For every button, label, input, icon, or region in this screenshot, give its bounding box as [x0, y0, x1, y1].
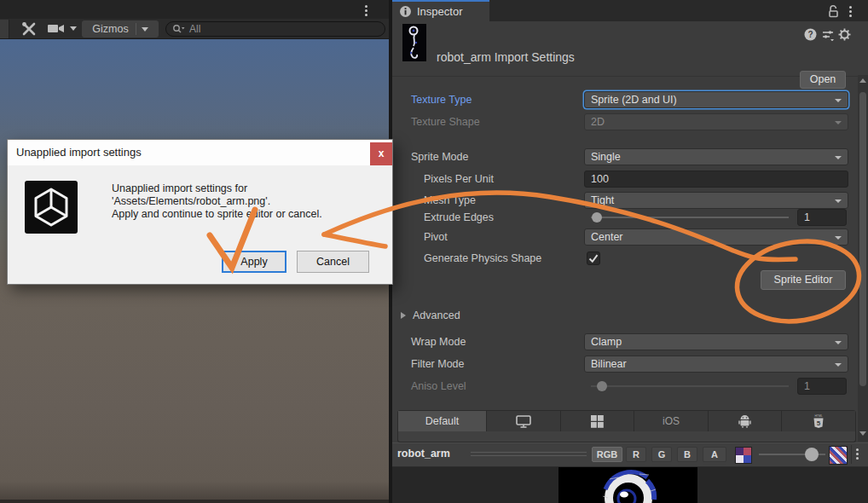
presets-icon[interactable]: [822, 29, 835, 44]
scene-tab-strip: [0, 0, 389, 19]
default-tab-label: Default: [425, 415, 460, 427]
extrude-edges-slider[interactable]: [591, 217, 789, 218]
camera-view-button[interactable]: [47, 22, 77, 35]
chevron-down-icon: [70, 26, 77, 31]
gizmos-dropdown[interactable]: Gizmos: [82, 20, 159, 38]
dialog-message-line3: Apply and continue to sprite editor or c…: [112, 208, 322, 221]
texture-type-dropdown[interactable]: Sprite (2D and UI): [584, 91, 848, 108]
unapplied-import-settings-dialog: Unapplied import settings x Unapplied im…: [7, 139, 393, 285]
svg-text:?: ?: [807, 30, 813, 39]
scene-menu-kebab-icon[interactable]: [365, 3, 367, 18]
import-settings-title: robot_arm Import Settings: [437, 50, 575, 64]
wrap-mode-value: Clamp: [591, 336, 622, 348]
channel-b-button[interactable]: B: [677, 447, 697, 462]
aniso-level-slider-handle: [597, 381, 607, 391]
extrude-edges-slider-handle[interactable]: [592, 212, 602, 223]
preview-drag-handle[interactable]: [471, 452, 587, 456]
filter-mode-dropdown[interactable]: Bilinear: [584, 356, 848, 373]
filter-mode-value: Bilinear: [591, 358, 627, 370]
sprite-mode-dropdown[interactable]: Single: [584, 148, 848, 165]
asset-thumbnail: [402, 24, 426, 61]
svg-text:5: 5: [817, 419, 821, 426]
channel-g-button[interactable]: G: [651, 447, 672, 462]
extrude-edges-label: Extrude Edges: [424, 209, 494, 226]
wrench-screwdriver-icon: [20, 21, 38, 37]
gear-icon[interactable]: [838, 28, 851, 44]
texture-shape-label: Texture Shape: [411, 113, 480, 130]
cancel-button[interactable]: Cancel: [297, 251, 369, 273]
lock-icon[interactable]: [828, 4, 840, 21]
inspector-scrollbar-thumb[interactable]: [859, 92, 866, 386]
aniso-level-slider: [591, 385, 789, 387]
chevron-down-icon: [835, 236, 842, 240]
chevron-down-icon: [835, 341, 842, 344]
texture-shape-value: 2D: [591, 116, 605, 128]
mip-level-slider-handle[interactable]: [805, 448, 819, 461]
monitor-icon: [516, 415, 531, 428]
checkmark-icon: [587, 252, 599, 264]
tab-default-platform[interactable]: Default: [398, 411, 487, 431]
chevron-down-icon: [835, 156, 842, 159]
pixels-per-unit-field[interactable]: 100: [584, 171, 848, 188]
generate-physics-shape-checkbox[interactable]: [587, 252, 600, 265]
apply-button[interactable]: Apply: [222, 251, 286, 273]
preview-title: robot_arm: [397, 448, 450, 460]
divider: [136, 23, 136, 35]
gizmos-label: Gizmos: [92, 23, 128, 35]
mip-texture-swatch[interactable]: [735, 447, 752, 464]
tab-android-platform[interactable]: [709, 411, 783, 431]
dialog-message: Unapplied import settings for 'Assets/El…: [112, 182, 322, 221]
unity-logo-icon: [25, 181, 78, 234]
chevron-down-icon: [835, 99, 842, 102]
scene-bottom-edge: [0, 500, 389, 503]
tab-ios-platform[interactable]: iOS: [634, 411, 709, 431]
sprite-editor-button[interactable]: Sprite Editor: [761, 270, 846, 290]
wrap-mode-dropdown[interactable]: Clamp: [584, 333, 848, 350]
open-button[interactable]: Open: [800, 71, 846, 89]
html5-icon: HTML 5: [813, 414, 825, 429]
tab-windows-platform[interactable]: [561, 411, 635, 431]
channel-rgb-button[interactable]: RGB: [592, 447, 622, 462]
svg-text:HTML: HTML: [815, 414, 823, 418]
platform-settings-tabs: Default iOS: [397, 410, 856, 432]
pivot-dropdown[interactable]: Center: [584, 228, 848, 246]
texture-preview-swatch[interactable]: [829, 446, 848, 465]
channel-a-button[interactable]: A: [703, 447, 726, 462]
ios-tab-label: iOS: [663, 415, 680, 427]
sprite-mode-value: Single: [591, 151, 621, 163]
inspector-tab-bar: Inspector: [392, 0, 868, 21]
search-filter-text: All: [189, 23, 200, 35]
question-glyph: ?: [804, 28, 817, 41]
tab-webgl-platform[interactable]: HTML 5: [782, 411, 855, 431]
search-input[interactable]: All: [165, 21, 385, 37]
scroll-up-icon[interactable]: [859, 78, 866, 83]
preview-area: [392, 467, 868, 503]
close-button[interactable]: x: [370, 142, 392, 165]
preview-menu-kebab-icon[interactable]: [856, 447, 859, 461]
texture-type-label: Texture Type: [411, 91, 472, 108]
toolbar-edge-button[interactable]: [0, 20, 9, 38]
tab-inspector[interactable]: Inspector: [392, 0, 489, 21]
foldout-arrow-icon[interactable]: [401, 312, 406, 319]
channel-r-button[interactable]: R: [626, 447, 646, 462]
chevron-down-icon: [835, 199, 842, 203]
custom-tools-icon[interactable]: [20, 21, 38, 40]
unlock-glyph: [828, 4, 840, 18]
generate-physics-shape-label: Generate Physics Shape: [424, 250, 541, 267]
scroll-down-icon[interactable]: [859, 431, 866, 436]
advanced-foldout[interactable]: Advanced: [413, 307, 460, 324]
mesh-type-dropdown[interactable]: Tight: [584, 192, 848, 209]
inspector-menu-kebab-icon[interactable]: [849, 4, 852, 19]
inspector-panel: Inspector robot_arm Import Settings: [392, 0, 868, 503]
tab-standalone-platform[interactable]: [487, 411, 561, 431]
pivot-value: Center: [591, 231, 623, 243]
platform-settings-body: [397, 431, 856, 442]
tab-inspector-label: Inspector: [417, 5, 462, 18]
help-icon[interactable]: ?: [804, 28, 817, 44]
dialog-title: Unapplied import settings: [16, 146, 142, 159]
extrude-edges-value[interactable]: 1: [797, 209, 847, 226]
gear-glyph: [838, 28, 851, 41]
filter-mode-label: Filter Mode: [411, 356, 465, 373]
chevron-down-icon: [835, 363, 842, 367]
sprite-mode-label: Sprite Mode: [411, 148, 468, 165]
